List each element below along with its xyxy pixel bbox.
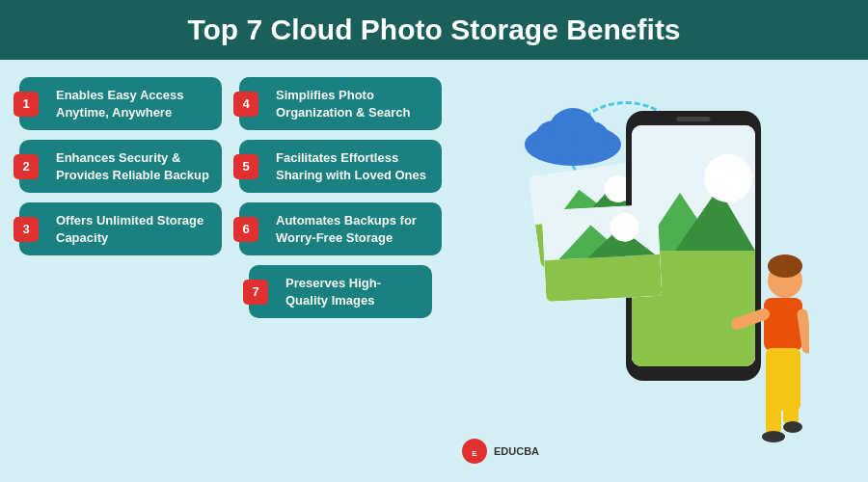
svg-line-23: [802, 314, 807, 348]
svg-rect-26: [783, 391, 799, 425]
svg-rect-21: [764, 298, 802, 351]
svg-point-3: [575, 121, 610, 156]
benefit-card-1: 1 Enables Easy Access Anytime, Anywhere: [19, 77, 222, 130]
left-column: 1 Enables Easy Access Anytime, Anywhere …: [19, 77, 222, 472]
illustration-area: E EDUCBA: [442, 77, 849, 472]
badge-3: 3: [14, 217, 39, 242]
benefit-card-7: 7 Preserves High-Quality Images: [249, 265, 432, 318]
benefit-card-6: 6 Automates Backups for Worry-Free Stora…: [239, 202, 442, 255]
svg-point-20: [768, 254, 802, 278]
middle-column: 4 Simplifies Photo Organization & Search…: [239, 77, 442, 255]
cloud-wrapper: [520, 96, 626, 173]
benefit-card-3: 3 Offers Unlimited Storage Capacity: [19, 202, 222, 255]
badge-4: 4: [233, 92, 258, 117]
benefit-card-7-wrapper: 7 Preserves High-Quality Images: [239, 265, 442, 318]
header: Top 7 Cloud Photo Storage Benefits: [0, 0, 868, 60]
benefit-text-3: Offers Unlimited Storage Capacity: [56, 212, 210, 246]
photo-card-front: [542, 204, 663, 302]
person-illustration: [732, 252, 809, 448]
benefit-text-5: Facilitates Effortless Sharing with Love…: [276, 149, 430, 183]
svg-point-18: [704, 154, 752, 202]
benefit-text-4: Simplifies Photo Organization & Search: [276, 87, 430, 120]
badge-5: 5: [233, 154, 258, 179]
benefit-text-1: Enables Easy Access Anytime, Anywhere: [56, 87, 210, 120]
cloud-icon: [520, 96, 626, 169]
educba-logo-icon: E: [461, 438, 488, 465]
svg-rect-10: [544, 254, 662, 302]
person-svg: [732, 252, 809, 444]
svg-line-22: [737, 314, 764, 324]
badge-2: 2: [14, 154, 39, 179]
logo: E EDUCBA: [461, 438, 539, 465]
svg-text:E: E: [472, 449, 477, 458]
logo-text: EDUCBA: [494, 445, 539, 457]
benefit-text-7: Preserves High-Quality Images: [285, 275, 420, 308]
badge-1: 1: [14, 92, 39, 117]
benefit-text-6: Automates Backups for Worry-Free Storage: [276, 212, 430, 246]
svg-point-27: [762, 431, 785, 442]
header-title: Top 7 Cloud Photo Storage Benefits: [187, 13, 680, 45]
photo-scene-front: [542, 204, 663, 302]
benefit-card-4: 4 Simplifies Photo Organization & Search: [239, 77, 442, 130]
benefit-text-2: Enhances Security & Provides Reliable Ba…: [56, 149, 210, 183]
benefit-card-5: 5 Facilitates Effortless Sharing with Lo…: [239, 140, 442, 193]
illustration-wrapper: [491, 92, 800, 458]
svg-point-28: [783, 421, 802, 433]
phone-speaker: [677, 117, 711, 121]
svg-rect-25: [766, 391, 781, 435]
badge-7: 7: [243, 280, 268, 305]
benefit-card-2: 2 Enhances Security & Provides Reliable …: [19, 140, 222, 193]
badge-6: 6: [233, 217, 258, 242]
